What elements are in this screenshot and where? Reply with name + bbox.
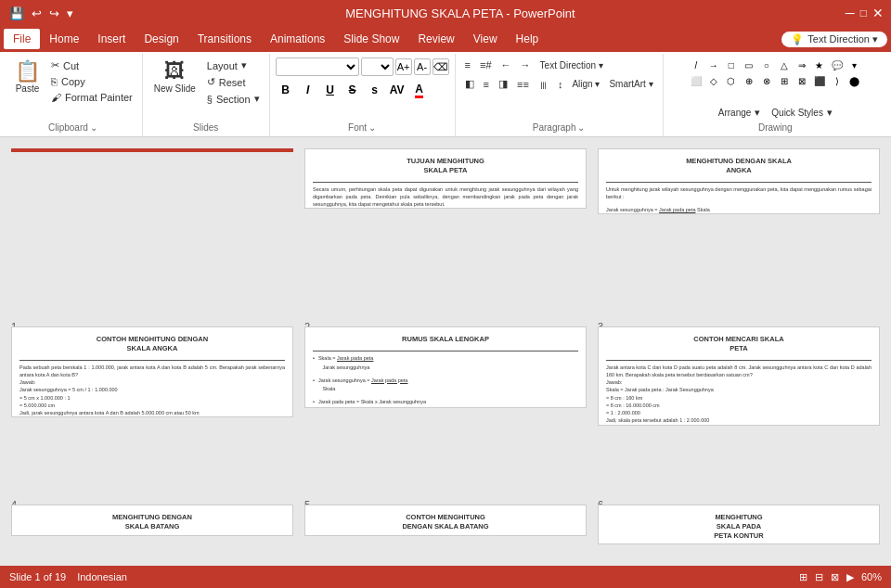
maximize-icon[interactable]: □	[860, 6, 867, 19]
shape-9[interactable]: ⬛	[811, 73, 828, 88]
section-button[interactable]: § Section ▾	[203, 91, 264, 107]
shape-5[interactable]: ⊕	[741, 73, 757, 88]
decrease-font-size-button[interactable]: A-	[414, 58, 431, 75]
align-right-button[interactable]: ◨	[495, 76, 511, 92]
copy-button[interactable]: ⎘ Copy	[47, 74, 136, 89]
align-center-button[interactable]: ≡	[480, 77, 493, 92]
menu-file[interactable]: File	[4, 29, 40, 49]
slides-content: 🖼 New Slide Layout ▾ ↺ Reset § Section ▾	[148, 58, 264, 121]
arrange-button[interactable]: Arrange ▾	[715, 105, 765, 121]
clipboard-content: 📋 Paste ✂ Cut ⎘ Copy 🖌 Format Painter	[9, 58, 136, 121]
slide-thumb-8[interactable]: CONTOH MENGHITUNGDENGAN SKALA BATANG	[304, 505, 587, 536]
shadow-button[interactable]: s	[365, 80, 385, 100]
slide-thumb-wrapper-2: TUJUAN MENGHITUNGSKALA PETA Secara umum,…	[304, 148, 587, 315]
quick-styles-button[interactable]: Quick Styles ▾	[768, 105, 836, 121]
shape-line[interactable]: /	[688, 58, 704, 72]
font-color-button[interactable]: A	[409, 80, 430, 100]
format-painter-button[interactable]: 🖌 Format Painter	[47, 90, 136, 105]
menu-slideshow[interactable]: Slide Show	[334, 29, 408, 49]
title-bar: 💾 ↩ ↪ ▾ MENGHITUNG SKALA PETA - PowerPoi…	[0, 0, 891, 26]
clipboard-expand-icon[interactable]: ⌄	[90, 122, 97, 133]
clipboard-col: ✂ Cut ⎘ Copy 🖌 Format Painter	[47, 58, 136, 105]
view-slideshow-btn[interactable]: ▶	[846, 571, 854, 583]
reset-button[interactable]: ↺ Reset	[203, 74, 264, 90]
convert-smartart-button[interactable]: SmartArt ▾	[605, 77, 656, 91]
shape-callout[interactable]: 💬	[829, 58, 846, 72]
view-normal-btn[interactable]: ⊞	[799, 571, 807, 583]
menu-insert[interactable]: Insert	[88, 29, 135, 49]
clear-format-button[interactable]: ⌫	[433, 58, 449, 75]
menu-view[interactable]: View	[464, 29, 507, 49]
quick-access-toolbar[interactable]: 💾 ↩ ↪ ▾	[7, 6, 75, 20]
minimize-icon[interactable]: ─	[846, 6, 855, 20]
section-arrow-icon: ▾	[254, 93, 260, 105]
shape-oval[interactable]: ○	[758, 58, 775, 72]
shape-right-arrow[interactable]: ⇒	[794, 58, 810, 72]
shape-rect[interactable]: □	[723, 58, 740, 72]
align-text-button[interactable]: Align ▾	[568, 77, 603, 91]
line-spacing-button[interactable]: ↕	[554, 77, 567, 92]
cut-button[interactable]: ✂ Cut	[47, 58, 136, 73]
layout-button[interactable]: Layout ▾	[203, 58, 264, 73]
shape-10[interactable]: ⟩	[829, 73, 846, 88]
font-row-1: A+ A- ⌫	[276, 58, 449, 76]
shape-star[interactable]: ★	[811, 58, 828, 72]
bullets-button[interactable]: ≡	[461, 58, 474, 72]
menu-transitions[interactable]: Transitions	[188, 29, 261, 49]
strikethrough-button[interactable]: S	[342, 80, 363, 100]
slide-thumb-2[interactable]: TUJUAN MENGHITUNGSKALA PETA Secara umum,…	[304, 148, 587, 209]
slide3-formula: Jarak sesungguhnya = Jarak pada peta Ska…	[599, 206, 879, 213]
columns-button[interactable]: ⫼	[535, 77, 552, 92]
close-icon[interactable]: ✕	[872, 6, 884, 20]
align-left-button[interactable]: ◧	[461, 76, 478, 92]
menu-help[interactable]: Help	[507, 29, 549, 49]
slide-thumb-4[interactable]: CONTOH MENGHITUNG DENGANSKALA ANGKA Pada…	[11, 326, 293, 417]
increase-font-size-button[interactable]: A+	[395, 58, 412, 75]
underline-button[interactable]: U	[320, 80, 341, 100]
save-icon[interactable]: 💾	[7, 6, 26, 20]
slide-thumb-3[interactable]: MENGHITUNG DENGAN SKALAANGKA Untuk mengh…	[598, 148, 880, 214]
font-expand-icon[interactable]: ⌄	[368, 122, 376, 133]
menu-home[interactable]: Home	[40, 29, 88, 49]
view-reading-btn[interactable]: ⊠	[831, 571, 839, 583]
text-direction-button[interactable]: Text Direction ▾	[536, 58, 607, 72]
shape-3[interactable]: ◇	[705, 73, 722, 88]
shape-11[interactable]: ⬤	[846, 73, 863, 88]
menu-animations[interactable]: Animations	[261, 29, 334, 49]
shape-arrow[interactable]: →	[705, 58, 722, 72]
justify-button[interactable]: ≡≡	[513, 77, 533, 92]
shape-rounded-rect[interactable]: ▭	[741, 58, 757, 72]
indent-less-button[interactable]: ←	[497, 58, 515, 72]
shape-7[interactable]: ⊞	[776, 73, 793, 88]
menu-design[interactable]: Design	[135, 29, 187, 49]
paste-button[interactable]: 📋 Paste	[9, 58, 45, 97]
customize-icon[interactable]: ▾	[65, 6, 75, 20]
slide-thumb-5[interactable]: RUMUS SKALA LENGKAP • Skala = Jarak pada…	[304, 326, 587, 408]
tell-me-input[interactable]: 💡 Text Direction ▾	[781, 32, 887, 47]
paragraph-expand-icon[interactable]: ⌄	[577, 122, 585, 133]
view-slide-sorter-btn[interactable]: ⊟	[815, 571, 823, 583]
shape-2[interactable]: ⬜	[688, 73, 704, 88]
undo-icon[interactable]: ↩	[30, 6, 44, 20]
slide-thumb-7[interactable]: MENGHITUNG DENGANSKALA BATANG	[11, 505, 293, 536]
bold-button[interactable]: B	[276, 80, 296, 100]
italic-button[interactable]: I	[298, 80, 318, 100]
slide5-bullet-3: • Jarak pada peta = Skala x Jarak sesung…	[313, 398, 578, 407]
slide-thumb-1[interactable]: MENGHITUNGSKALA PETA OLEH : IKA ISTIUNG …	[11, 148, 293, 152]
font-name-select[interactable]	[276, 58, 359, 76]
char-spacing-button[interactable]: AV	[387, 80, 407, 100]
redo-icon[interactable]: ↪	[47, 6, 61, 20]
slide-thumb-9[interactable]: MENGHITUNGSKALA PADAPETA KONTUR	[598, 505, 880, 544]
font-size-select[interactable]	[361, 58, 394, 76]
new-slide-button[interactable]: 🖼 New Slide	[148, 58, 201, 97]
numbering-button[interactable]: ≡#	[476, 58, 496, 72]
shape-more[interactable]: ▾	[846, 58, 863, 72]
indent-more-button[interactable]: →	[517, 58, 535, 72]
menu-review[interactable]: Review	[408, 29, 463, 49]
shape-triangle[interactable]: △	[776, 58, 793, 72]
bullet-dot-1: •	[313, 354, 315, 373]
shape-4[interactable]: ⬡	[723, 73, 740, 88]
slide-thumb-6[interactable]: CONTOH MENCARI SKALAPETA Jarak antara ko…	[598, 326, 880, 426]
shape-6[interactable]: ⊗	[758, 73, 775, 88]
shape-8[interactable]: ⊠	[794, 73, 810, 88]
